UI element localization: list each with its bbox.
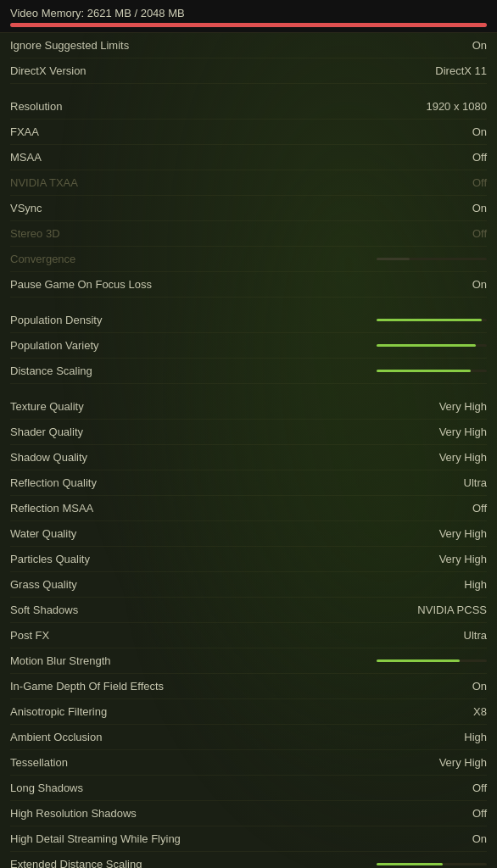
population-variety-fill <box>377 344 476 347</box>
setting-population-density[interactable]: Population Density <box>10 308 487 333</box>
setting-value-long-shadows: Off <box>385 782 487 794</box>
population-density-slider <box>377 319 487 321</box>
extended-distance-slider <box>377 863 487 865</box>
setting-label-water-quality: Water Quality <box>10 527 385 540</box>
setting-motion-blur[interactable]: Motion Blur Strength <box>10 648 487 674</box>
setting-value-fxaa: On <box>385 125 487 138</box>
setting-label-pause-game: Pause Game On Focus Loss <box>10 278 385 291</box>
setting-label-shader-quality: Shader Quality <box>10 426 385 438</box>
setting-stereo-3d: Stereo 3D Off <box>10 221 487 247</box>
setting-tessellation[interactable]: Tessellation Very High <box>10 750 487 776</box>
setting-label-shadow-quality: Shadow Quality <box>10 451 385 464</box>
setting-reflection-quality[interactable]: Reflection Quality Ultra <box>10 470 487 496</box>
setting-label-nvidia-txaa: NVIDIA TXAA <box>10 176 385 189</box>
setting-extended-distance-scaling[interactable]: Extended Distance Scaling <box>10 852 487 868</box>
setting-label-vsync: VSync <box>10 202 385 214</box>
setting-value-depth-of-field: On <box>385 680 487 693</box>
motion-blur-slider <box>377 659 487 662</box>
setting-value-tessellation: Very High <box>385 756 487 769</box>
setting-ignore-suggested-limits[interactable]: Ignore Suggested Limits On <box>10 33 487 58</box>
vram-track <box>10 23 487 27</box>
setting-label-directx-version: DirectX Version <box>10 64 385 77</box>
setting-water-quality[interactable]: Water Quality Very High <box>10 521 487 547</box>
setting-particles-quality[interactable]: Particles Quality Very High <box>10 547 487 572</box>
setting-value-post-fx: Ultra <box>385 629 487 642</box>
setting-high-res-shadows[interactable]: High Resolution Shadows Off <box>10 801 487 826</box>
spacer-3 <box>10 384 487 394</box>
setting-value-texture-quality: Very High <box>385 400 487 413</box>
setting-distance-scaling[interactable]: Distance Scaling <box>10 359 487 384</box>
setting-high-detail-streaming[interactable]: High Detail Streaming While Flying On <box>10 826 487 852</box>
setting-texture-quality[interactable]: Texture Quality Very High <box>10 394 487 420</box>
setting-label-resolution: Resolution <box>10 100 385 113</box>
setting-nvidia-txaa: NVIDIA TXAA Off <box>10 170 487 196</box>
setting-label-fxaa: FXAA <box>10 125 385 138</box>
setting-value-directx-version: DirectX 11 <box>385 64 487 77</box>
setting-label-soft-shadows: Soft Shadows <box>10 604 385 616</box>
setting-value-water-quality: Very High <box>385 527 487 540</box>
setting-label-msaa: MSAA <box>10 151 385 164</box>
setting-shader-quality[interactable]: Shader Quality Very High <box>10 420 487 445</box>
setting-ambient-occlusion[interactable]: Ambient Occlusion High <box>10 725 487 750</box>
setting-population-variety[interactable]: Population Variety <box>10 333 487 359</box>
setting-value-particles-quality: Very High <box>385 553 487 565</box>
setting-value-nvidia-txaa: Off <box>385 176 487 189</box>
setting-value-msaa: Off <box>385 151 487 164</box>
setting-value-stereo-3d: Off <box>385 227 487 240</box>
setting-label-distance-scaling: Distance Scaling <box>10 364 360 377</box>
setting-value-reflection-msaa: Off <box>385 502 487 515</box>
setting-label-tessellation: Tessellation <box>10 756 385 769</box>
extended-distance-fill <box>377 863 443 865</box>
setting-value-shadow-quality: Very High <box>385 451 487 464</box>
settings-list: Ignore Suggested Limits On DirectX Versi… <box>0 33 497 868</box>
setting-resolution[interactable]: Resolution 1920 x 1080 <box>10 94 487 120</box>
vram-section: Video Memory: 2621 MB / 2048 MB <box>0 0 497 33</box>
motion-blur-fill <box>377 659 460 662</box>
setting-label-high-res-shadows: High Resolution Shadows <box>10 807 385 820</box>
setting-label-extended-distance-scaling: Extended Distance Scaling <box>10 858 360 868</box>
distance-scaling-slider <box>377 370 487 372</box>
setting-reflection-msaa[interactable]: Reflection MSAA Off <box>10 496 487 521</box>
setting-label-post-fx: Post FX <box>10 629 385 642</box>
setting-vsync[interactable]: VSync On <box>10 196 487 221</box>
setting-label-depth-of-field: In-Game Depth Of Field Effects <box>10 680 385 693</box>
setting-convergence: Convergence <box>10 247 487 272</box>
setting-directx-version[interactable]: DirectX Version DirectX 11 <box>10 58 487 84</box>
setting-soft-shadows[interactable]: Soft Shadows NVIDIA PCSS <box>10 598 487 623</box>
setting-label-population-variety: Population Variety <box>10 339 360 352</box>
setting-value-shader-quality: Very High <box>385 426 487 438</box>
setting-value-high-detail-streaming: On <box>385 832 487 845</box>
setting-depth-of-field[interactable]: In-Game Depth Of Field Effects On <box>10 674 487 699</box>
population-density-fill <box>377 319 482 321</box>
convergence-slider-fill <box>377 258 410 260</box>
setting-label-ignore-suggested-limits: Ignore Suggested Limits <box>10 39 385 52</box>
setting-label-reflection-msaa: Reflection MSAA <box>10 502 385 515</box>
settings-page: Video Memory: 2621 MB / 2048 MB Ignore S… <box>0 0 497 868</box>
setting-long-shadows[interactable]: Long Shadows Off <box>10 776 487 801</box>
setting-anisotropic-filtering[interactable]: Anisotropic Filtering X8 <box>10 699 487 725</box>
setting-label-texture-quality: Texture Quality <box>10 400 385 413</box>
setting-post-fx[interactable]: Post FX Ultra <box>10 623 487 648</box>
setting-label-anisotropic-filtering: Anisotropic Filtering <box>10 705 385 718</box>
setting-value-soft-shadows: NVIDIA PCSS <box>385 604 487 616</box>
population-variety-slider <box>377 344 487 347</box>
setting-shadow-quality[interactable]: Shadow Quality Very High <box>10 445 487 470</box>
setting-label-ambient-occlusion: Ambient Occlusion <box>10 731 385 743</box>
setting-pause-game[interactable]: Pause Game On Focus Loss On <box>10 272 487 298</box>
setting-msaa[interactable]: MSAA Off <box>10 145 487 170</box>
setting-value-ambient-occlusion: High <box>385 731 487 743</box>
setting-label-grass-quality: Grass Quality <box>10 578 385 591</box>
setting-value-ignore-suggested-limits: On <box>385 39 487 52</box>
vram-label: Video Memory: 2621 MB / 2048 MB <box>10 7 487 19</box>
setting-fxaa[interactable]: FXAA On <box>10 120 487 145</box>
setting-label-long-shadows: Long Shadows <box>10 782 385 794</box>
spacer-1 <box>10 84 487 94</box>
setting-value-grass-quality: High <box>385 578 487 591</box>
setting-label-particles-quality: Particles Quality <box>10 553 385 565</box>
distance-scaling-fill <box>377 370 471 372</box>
setting-label-high-detail-streaming: High Detail Streaming While Flying <box>10 832 385 845</box>
setting-value-reflection-quality: Ultra <box>385 476 487 489</box>
spacer-2 <box>10 298 487 308</box>
setting-label-stereo-3d: Stereo 3D <box>10 227 385 240</box>
setting-grass-quality[interactable]: Grass Quality High <box>10 572 487 598</box>
